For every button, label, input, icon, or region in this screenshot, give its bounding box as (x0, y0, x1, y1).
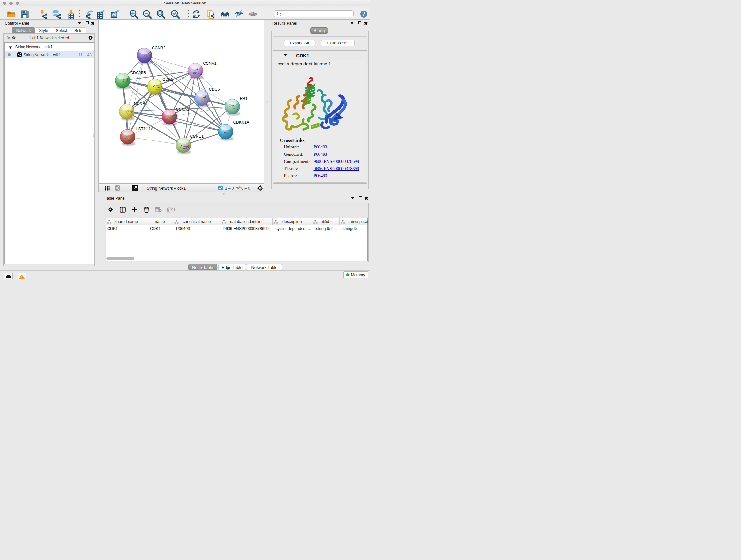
svg-text:HIST1H1A: HIST1H1A (134, 126, 153, 131)
svg-text:CCNE1: CCNE1 (190, 134, 204, 138)
svg-text:CDC6: CDC6 (209, 87, 220, 91)
svg-text:CCNB2: CCNB2 (152, 46, 165, 50)
svg-text:CCNA1: CCNA1 (203, 61, 216, 65)
svg-text:RB1: RB1 (240, 97, 248, 101)
svg-text:CDKN1A: CDKN1A (233, 120, 250, 124)
svg-text:CDK1: CDK1 (162, 77, 173, 81)
svg-text:CCNA2: CCNA2 (176, 107, 189, 112)
svg-text:CCNB1: CCNB1 (134, 102, 147, 106)
svg-text:CDC25B: CDC25B (130, 70, 146, 75)
